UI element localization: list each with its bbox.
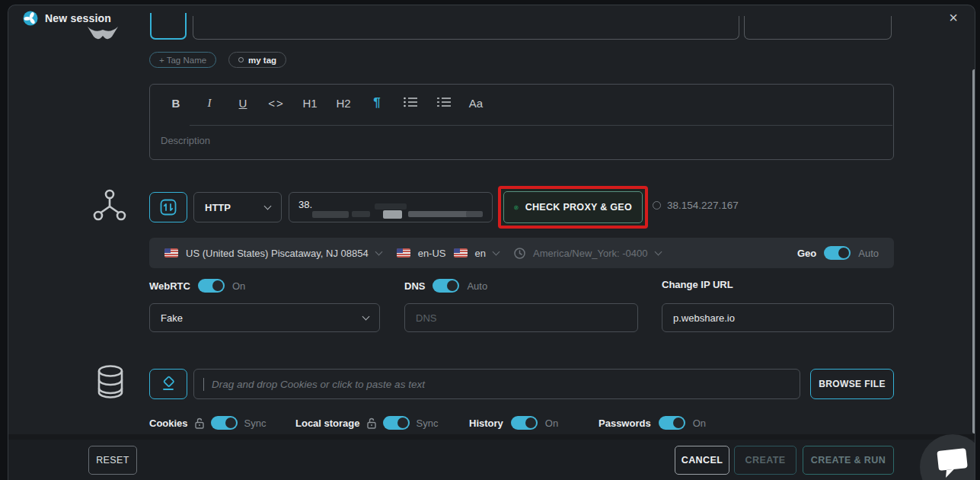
history-label: History <box>469 418 503 429</box>
add-tag-input[interactable]: + Tag Name <box>149 52 216 68</box>
ordered-list-button[interactable] <box>427 97 461 110</box>
paragraph-button[interactable]: ¶ <box>360 95 394 110</box>
session-extra-field-partial[interactable] <box>744 16 892 40</box>
cookies-sync-state: Sync <box>244 418 267 429</box>
passwords-label: Passwords <box>599 418 651 429</box>
proxy-mode-button[interactable] <box>149 192 187 222</box>
status-circle-icon <box>653 201 661 210</box>
geo-mode-text: Auto <box>858 248 879 259</box>
redacted-block <box>383 210 402 219</box>
new-session-dialog-screen: New session × + Tag Name my tag B I U <>… <box>0 0 980 480</box>
text-caret <box>203 378 204 391</box>
create-button[interactable]: CREATE <box>734 446 796 475</box>
proxy-network-icon <box>92 188 127 223</box>
add-tag-placeholder: + Tag Name <box>159 56 206 65</box>
change-ip-url-value: p.webshare.io <box>673 312 735 324</box>
swap-horizontal-icon <box>514 200 519 216</box>
dns-label: DNS <box>404 280 425 292</box>
paste-cookies-button[interactable] <box>149 369 187 399</box>
tag-chip[interactable]: my tag <box>228 52 286 68</box>
history-state: On <box>545 418 558 429</box>
cookies-drop-placeholder: Drag and drop Cookies or click to paste … <box>212 379 425 390</box>
cookies-sync-label: Cookies <box>149 418 188 429</box>
local-storage-sync-group: Local storage Sync <box>295 416 438 430</box>
tag-dot-icon <box>238 57 244 62</box>
us-flag-icon <box>397 248 410 258</box>
ordered-list-icon <box>437 97 451 107</box>
editor-toolbar: B I U <> H1 H2 ¶ <box>159 95 491 110</box>
create-and-run-label: CREATE & RUN <box>811 455 886 466</box>
dns-input[interactable]: DNS <box>404 303 638 332</box>
swap-vertical-icon <box>160 199 177 216</box>
unlock-icon[interactable] <box>195 418 204 429</box>
passwords-toggle[interactable] <box>659 416 685 430</box>
new-session-modal: New session × + Tag Name my tag B I U <>… <box>8 5 975 480</box>
dns-toggle-group: DNS Auto <box>404 279 487 293</box>
language-primary-text[interactable]: en-US <box>418 248 446 259</box>
local-storage-toggle[interactable] <box>383 416 410 430</box>
cancel-button[interactable]: CANCEL <box>675 446 729 475</box>
browse-file-button[interactable]: BROWSE FILE <box>810 369 894 399</box>
cookies-sync-toggle[interactable] <box>211 416 238 430</box>
webrtc-toggle[interactable] <box>198 279 225 293</box>
us-flag-icon <box>454 248 468 258</box>
passwords-toggle-group: Passwords On <box>599 416 706 430</box>
webrtc-mode-select[interactable]: Fake <box>149 303 380 332</box>
editor-divider <box>190 125 892 126</box>
code-button[interactable]: <> <box>260 97 293 110</box>
redacted-block <box>312 211 349 218</box>
bullet-list-icon <box>404 97 417 107</box>
geo-summary-bar: US (United States) Piscataway, NJ 08854 … <box>149 238 894 268</box>
bold-button[interactable]: B <box>159 97 193 110</box>
passwords-state: On <box>693 418 706 429</box>
bullet-list-button[interactable] <box>394 97 427 110</box>
italic-button[interactable]: I <box>193 97 226 110</box>
description-editor[interactable]: B I U <> H1 H2 ¶ <box>149 84 894 160</box>
footer-bar: RESET CANCEL CREATE CREATE & RUN <box>8 440 975 480</box>
redacted-block <box>466 211 483 217</box>
icon-field-partial[interactable] <box>150 13 187 40</box>
geo-location-text[interactable]: US (United States) Piscataway, NJ 08854 <box>186 248 369 259</box>
resolved-ip-row: 38.154.227.167 <box>653 200 739 211</box>
underline-button[interactable]: U <box>226 97 260 110</box>
footer-separator <box>8 434 975 440</box>
local-storage-state: Sync <box>417 418 439 429</box>
us-flag-icon <box>164 248 178 258</box>
unlock-icon[interactable] <box>367 418 376 429</box>
timezone-text[interactable]: America/New_York: -0400 <box>533 248 648 259</box>
eraser-icon <box>160 376 177 392</box>
history-toggle-group: History On <box>469 416 558 430</box>
reset-button[interactable]: RESET <box>88 446 137 475</box>
dns-state-text: Auto <box>467 280 487 292</box>
chevron-down-icon[interactable] <box>375 248 382 255</box>
font-button[interactable]: Aa <box>461 97 491 110</box>
dns-toggle[interactable] <box>433 279 459 293</box>
language-secondary-text[interactable]: en <box>475 248 486 259</box>
proxy-protocol-select[interactable]: HTTP <box>193 192 282 222</box>
session-name-field-partial[interactable] <box>193 16 739 40</box>
chevron-down-icon[interactable] <box>654 248 662 255</box>
h2-button[interactable]: H2 <box>327 97 360 110</box>
cookies-drop-input[interactable]: Drag and drop Cookies or click to paste … <box>193 369 800 399</box>
webrtc-mode-value: Fake <box>161 312 183 324</box>
h1-button[interactable]: H1 <box>293 97 327 110</box>
close-icon[interactable]: × <box>944 8 962 27</box>
webrtc-label: WebRTC <box>149 280 190 292</box>
history-toggle[interactable] <box>511 416 538 430</box>
redacted-block <box>352 211 370 217</box>
redacted-block <box>375 203 407 210</box>
create-and-run-button[interactable]: CREATE & RUN <box>803 446 894 475</box>
chevron-down-icon[interactable] <box>493 248 500 255</box>
mask-icon <box>87 27 119 45</box>
check-proxy-geo-label: CHECK PROXY & GEO <box>525 202 632 213</box>
proxy-address-prefix: 38. <box>298 199 312 210</box>
chevron-down-icon <box>362 312 370 320</box>
change-ip-label-group: Change IP URL <box>662 279 733 290</box>
check-proxy-geo-button[interactable]: CHECK PROXY & GEO <box>503 191 643 223</box>
chevron-down-icon <box>264 202 272 210</box>
resolved-ip-value: 38.154.227.167 <box>667 200 739 211</box>
proxy-address-input[interactable]: 38. <box>289 192 493 222</box>
change-ip-url-input[interactable]: p.webshare.io <box>662 303 894 332</box>
vertical-scrollbar[interactable] <box>972 69 975 434</box>
geo-toggle[interactable] <box>824 246 851 260</box>
